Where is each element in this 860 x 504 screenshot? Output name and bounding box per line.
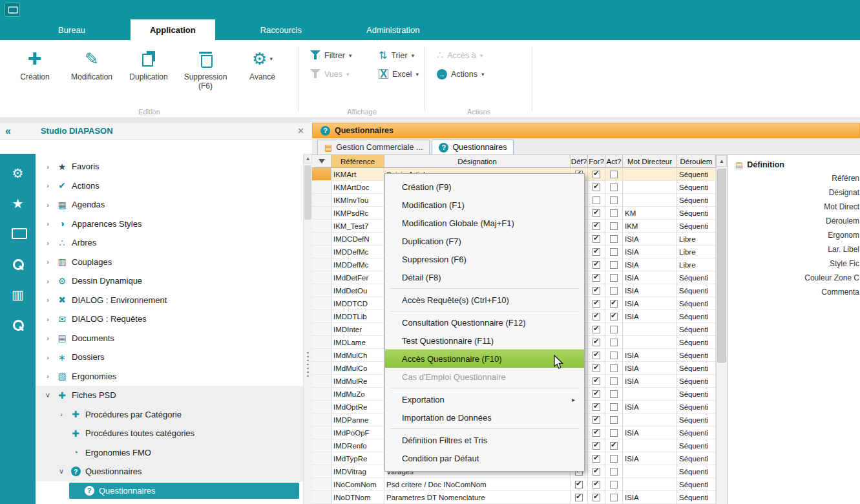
cell-reference[interactable]: IKMArtDoc [331, 181, 384, 194]
cell-deroulement[interactable]: Séquenti [677, 297, 716, 310]
cell-act-checkbox[interactable] [605, 465, 623, 478]
filtrer-button[interactable]: Filtrer▾ [310, 50, 364, 60]
cell-for-checkbox[interactable] [588, 414, 605, 426]
excel-button[interactable]: XExcel▾ [379, 69, 419, 79]
cell-mot-directeur[interactable] [623, 465, 677, 478]
checkbox[interactable] [610, 171, 618, 178]
tree-item-arbres[interactable]: ›∴Arbres [36, 233, 303, 253]
cell-for-checkbox[interactable] [588, 426, 605, 439]
cell-mot-directeur[interactable] [623, 439, 677, 452]
cell-for-checkbox[interactable] [588, 491, 605, 504]
chevron-down-icon[interactable]: ∨ [43, 391, 52, 399]
tree-item-dialog-environnement[interactable]: ›✖DIALOG : Environnement [36, 291, 303, 310]
tree-item-documents[interactable]: ›▤Documents [36, 329, 303, 348]
menu-item-suppression-f6[interactable]: Suppression (F6) [385, 250, 584, 268]
tree-item-questionnaires[interactable]: ∨?Questionnaires [36, 462, 303, 481]
checkbox[interactable] [593, 235, 600, 243]
chevron-right-icon[interactable]: › [43, 163, 52, 171]
tree-item-ergonomies[interactable]: ›▧Ergonomies [36, 367, 303, 386]
cell-reference[interactable]: IMdDetFer [331, 271, 384, 284]
table-scrollbar[interactable]: ▲ [716, 155, 727, 504]
tree-item-agendas[interactable]: ›▦Agendas [36, 195, 303, 215]
cell-for-checkbox[interactable] [588, 362, 605, 375]
cell-for-checkbox[interactable] [588, 478, 605, 491]
cell-act-checkbox[interactable] [605, 375, 623, 388]
checkbox[interactable] [593, 196, 600, 204]
tree-scrollbar-thumb[interactable] [304, 165, 311, 220]
collapse-sidebar-icon[interactable]: « [5, 125, 11, 137]
column-header-for[interactable]: For? [588, 155, 605, 168]
checkbox[interactable] [610, 261, 618, 269]
table-row-inodtnom[interactable]: INoDTNomParametres DT NomenclatureISIASé… [312, 491, 716, 504]
cell-deroulement[interactable]: Séquenti [677, 207, 716, 220]
cell-designation[interactable]: Psd critere / Doc INoComNom [384, 478, 571, 491]
chevron-right-icon[interactable]: › [43, 220, 52, 227]
checkbox[interactable] [593, 455, 600, 463]
cell-act-checkbox[interactable] [605, 246, 623, 258]
checkbox[interactable] [593, 261, 600, 269]
suppression-button[interactable]: Suppression(F6) [177, 45, 234, 90]
checkbox[interactable] [610, 184, 618, 191]
checkbox[interactable] [593, 442, 600, 450]
checkbox[interactable] [610, 235, 618, 243]
cell-mot-directeur[interactable]: KM [623, 207, 677, 220]
cell-mot-directeur[interactable]: ISIA [623, 362, 677, 375]
cell-reference[interactable]: IMDDefMc [331, 246, 384, 258]
cell-deroulement[interactable]: Séquenti [677, 349, 716, 362]
cell-reference[interactable]: IKMPsdRc [331, 207, 384, 220]
ribbon-tab-application[interactable]: Application [131, 19, 215, 40]
menu-item-creation-f9[interactable]: Création (F9) [385, 178, 584, 196]
cell-act-checkbox[interactable] [605, 491, 623, 504]
cell-act-checkbox[interactable] [605, 336, 623, 349]
checkbox[interactable] [610, 248, 618, 256]
cell-for-checkbox[interactable] [588, 271, 605, 284]
checkbox[interactable] [593, 390, 600, 398]
cell-deroulement[interactable]: Séquenti [677, 401, 716, 414]
cell-act-checkbox[interactable] [605, 426, 623, 439]
ribbon-tab-bureau[interactable]: Bureau [39, 19, 105, 40]
cell-for-checkbox[interactable] [588, 310, 605, 323]
splitter-grip[interactable] [307, 352, 309, 379]
cell-reference[interactable]: INoComNom [331, 478, 384, 491]
checkbox[interactable] [575, 494, 583, 501]
checkbox[interactable] [610, 196, 618, 204]
rail-star-icon[interactable]: ★ [12, 196, 24, 211]
cell-deroulement[interactable]: Séquenti [677, 388, 716, 401]
cell-deroulement[interactable]: Séquenti [677, 323, 716, 336]
menu-item-modification-f1[interactable]: Modification (F1) [385, 196, 584, 214]
menu-item-consultation-questionnaire-f12[interactable]: Consultation Questionnaire (F12) [385, 313, 584, 331]
tree-scrollbar[interactable]: ▲ [303, 154, 312, 504]
cell-for-checkbox[interactable] [588, 233, 605, 246]
checkbox[interactable] [593, 481, 600, 488]
cell-deroulement[interactable]: Séquenti [677, 310, 716, 323]
cell-act-checkbox[interactable] [605, 194, 623, 207]
cell-deroulement[interactable]: Séquenti [677, 336, 716, 349]
cell-deroulement[interactable]: Libre [677, 233, 716, 246]
rail-monitor-icon[interactable] [12, 226, 25, 241]
cell-reference[interactable]: IKMInvTou [331, 194, 384, 207]
checkbox[interactable] [610, 313, 618, 320]
chevron-right-icon[interactable]: › [43, 353, 52, 361]
cell-act-checkbox[interactable] [605, 181, 623, 194]
checkbox[interactable] [610, 352, 618, 359]
cell-act-checkbox[interactable] [605, 401, 623, 414]
cell-act-checkbox[interactable] [605, 168, 623, 181]
checkbox[interactable] [610, 442, 618, 450]
checkbox[interactable] [610, 390, 618, 398]
cell-reference[interactable]: IMDPanne [331, 414, 384, 426]
tree-item-dialog-requetes[interactable]: ›✉DIALOG : Requêtes [36, 310, 303, 329]
cell-reference[interactable]: IMdMulCh [331, 349, 384, 362]
checkbox[interactable] [593, 274, 600, 282]
checkbox[interactable] [610, 326, 618, 333]
table-scrollbar-thumb[interactable] [717, 169, 726, 362]
avance-button[interactable]: ⚙▾Avancé [234, 45, 291, 90]
chevron-right-icon[interactable]: › [43, 372, 52, 380]
cell-mot-directeur[interactable]: ISIA [623, 401, 677, 414]
column-header-def[interactable]: Déf? [571, 155, 588, 168]
cell-for-checkbox[interactable] [588, 181, 605, 194]
checkbox[interactable] [610, 300, 618, 308]
checkbox[interactable] [593, 468, 600, 476]
cell-act-checkbox[interactable] [605, 362, 623, 375]
cell-for-checkbox[interactable] [588, 323, 605, 336]
checkbox[interactable] [593, 339, 600, 346]
